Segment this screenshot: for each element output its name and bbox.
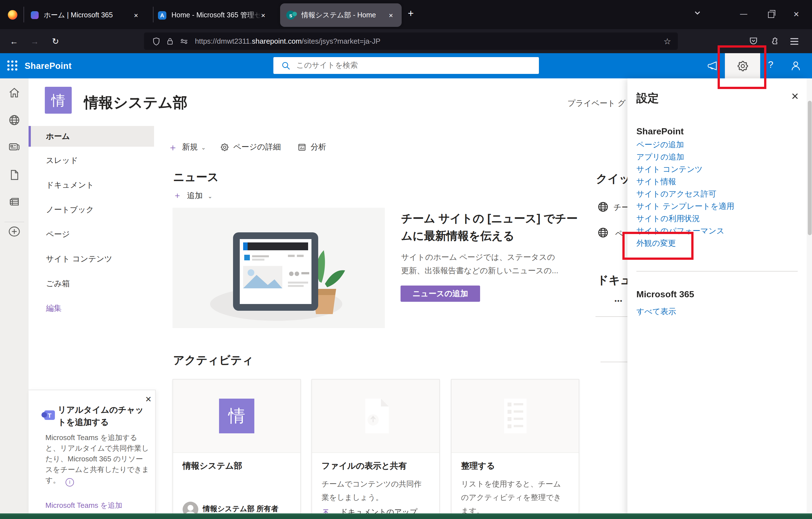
more-ellipsis-button[interactable]: ••• — [614, 297, 622, 304]
app-launcher-waffle-icon[interactable] — [7, 60, 17, 70]
activity-card-site[interactable]: 情 情報システム部 情報システム部 所有者 サイトの作成 1 分前以内 — [173, 379, 301, 519]
lock-icon[interactable] — [166, 37, 174, 45]
settings-panel: 設定 ✕ SharePoint ページの追加 アプリの追加 サイト コンテンツ … — [628, 79, 807, 519]
settings-link-add-page[interactable]: ページの追加 — [636, 138, 734, 151]
card-image-area: 情 — [173, 379, 300, 453]
settings-title: 設定 — [636, 91, 659, 106]
help-icon[interactable]: ? — [768, 59, 773, 70]
close-window-button[interactable]: ✕ — [793, 10, 800, 19]
back-button[interactable]: ← — [6, 29, 22, 53]
minimize-button[interactable]: — — [740, 9, 747, 18]
site-title[interactable]: 情報システム部 — [84, 93, 187, 113]
card-image-area — [452, 379, 579, 453]
card-image-area — [312, 379, 439, 453]
card-title: 情報システム部 — [183, 461, 242, 471]
page-command-bar: ＋ 新規 ⌄ ページの詳細 分析 — [168, 140, 326, 155]
file-icon[interactable] — [8, 169, 21, 184]
annotation-box-gear — [718, 45, 766, 89]
page-scrollbar[interactable] — [807, 79, 812, 513]
rail-divider — [4, 222, 24, 222]
new-button[interactable]: 新規 — [182, 142, 198, 152]
nav-item-documents[interactable]: ドキュメント — [29, 173, 154, 197]
site-logo-tile[interactable]: 情 — [45, 87, 72, 114]
quick-link-item[interactable]: チー — [613, 203, 629, 213]
close-tab-icon[interactable]: × — [261, 11, 265, 19]
scrollbar-thumb[interactable] — [808, 101, 811, 235]
close-icon[interactable]: ✕ — [791, 91, 799, 102]
nav-item-home[interactable]: ホーム — [29, 126, 154, 147]
quick-links-heading: クイッ — [596, 171, 631, 186]
tab-m365-home[interactable]: ホーム | Microsoft 365 × — [26, 3, 151, 27]
settings-link-show-all[interactable]: すべて表示 — [636, 305, 676, 317]
settings-link-site-usage[interactable]: サイトの利用状況 — [636, 212, 734, 224]
news-illustration — [173, 208, 385, 328]
notebook-icon[interactable] — [8, 196, 21, 211]
nav-item-pages[interactable]: ページ — [29, 222, 154, 247]
news-description: サイトのホーム ページでは、ステータスの 更新、出張報告書などの新しいニュースの… — [401, 250, 625, 277]
activity-card-lists[interactable]: 整理する リストを使用すると、チーム のアクティビティを整理でき ます。 ＋ リ… — [451, 379, 579, 519]
web-part-divider — [596, 316, 628, 317]
url-bar[interactable]: https://dmwt2311.sharepoint.com/sites/js… — [144, 32, 678, 50]
new-tab-button[interactable]: + — [408, 8, 414, 20]
nav-item-site-contents[interactable]: サイト コンテンツ — [29, 247, 154, 272]
close-icon[interactable]: ✕ — [145, 395, 151, 404]
hamburger-menu-icon[interactable] — [790, 37, 799, 48]
news-headline: チーム サイトの [ニュース] でチー ムに最新情報を伝える — [401, 210, 625, 245]
shield-icon[interactable] — [152, 37, 161, 45]
settings-link-add-app[interactable]: アプリの追加 — [636, 151, 734, 163]
forward-button[interactable]: → — [26, 29, 43, 53]
callout-body: Microsoft Teams を追加する と、リアルタイムで共同作業し たり、… — [46, 432, 149, 487]
tab-sharepoint-site[interactable]: s 情報システム部 - Home × — [280, 3, 402, 27]
extensions-puzzle-icon[interactable] — [770, 36, 779, 48]
info-icon[interactable]: i — [65, 478, 74, 487]
browser-toolbar: ← → ↻ https://dmwt2311.sharepoint.com/si… — [0, 29, 812, 53]
site-search-box[interactable]: このサイトを検索 — [273, 57, 539, 74]
analytics-button[interactable]: 分析 — [311, 142, 326, 152]
nav-item-notebook[interactable]: ノートブック — [29, 197, 154, 222]
account-person-icon[interactable] — [790, 60, 802, 74]
suite-brand[interactable]: SharePoint — [25, 61, 72, 71]
add-teams-link[interactable]: Microsoft Teams を追加 — [46, 500, 122, 511]
settings-link-site-info[interactable]: サイト情報 — [636, 175, 734, 188]
microsoft-365-icon — [31, 11, 39, 19]
news-add-button[interactable]: ＋ 追加 ⌄ — [173, 190, 212, 201]
search-placeholder: このサイトを検索 — [296, 60, 358, 70]
tab-title: 情報システム部 - Home — [301, 10, 384, 20]
settings-link-site-contents[interactable]: サイト コンテンツ — [636, 163, 734, 175]
home-icon[interactable] — [8, 86, 21, 101]
restore-window-button[interactable] — [768, 12, 774, 18]
reload-button[interactable]: ↻ — [47, 29, 64, 53]
activity-card-files[interactable]: ファイルの表示と共有 チームでコンテンツの共同作 業をしましょう。 ドキュメント… — [312, 379, 440, 519]
add-news-button[interactable]: ニュースの追加 — [401, 285, 480, 302]
app-rail — [0, 79, 29, 519]
create-plus-icon[interactable] — [8, 225, 21, 240]
card-body: リストを使用すると、チーム のアクティビティを整理でき ます。 — [461, 478, 570, 518]
news-heading: ニュース — [173, 170, 219, 185]
globe-icon[interactable] — [8, 114, 21, 129]
close-tab-icon[interactable]: × — [134, 11, 138, 19]
nav-item-thread[interactable]: スレッド — [29, 148, 154, 173]
quick-link-item[interactable]: ペ — [615, 229, 623, 239]
card-body: チームでコンテンツの共同作 業をしましょう。 — [322, 478, 431, 505]
nav-edit-link[interactable]: 編集 — [29, 296, 154, 321]
sharepoint-icon: s — [286, 11, 295, 20]
chevron-down-icon: ⌄ — [208, 193, 212, 199]
megaphone-icon[interactable] — [706, 60, 719, 74]
browser-window: ホーム | Microsoft 365 × A Home - Microsoft… — [0, 0, 812, 519]
page-details-gear-icon — [221, 143, 229, 152]
settings-link-site-permissions[interactable]: サイトのアクセス許可 — [636, 188, 734, 200]
bookmark-star-icon[interactable]: ☆ — [664, 36, 671, 46]
news-icon[interactable] — [8, 141, 21, 156]
search-icon — [281, 61, 291, 70]
list-all-tabs-icon[interactable] — [694, 9, 701, 19]
settings-link-apply-template[interactable]: サイト テンプレートを適用 — [636, 200, 734, 212]
url-text[interactable]: https://dmwt2311.sharepoint.com/sites/js… — [195, 37, 380, 45]
tab-admin-center[interactable]: A Home - Microsoft 365 管理セン × — [155, 3, 277, 27]
permissions-icon[interactable] — [179, 37, 189, 45]
teams-icon: T — [44, 410, 55, 420]
nav-item-recycle-bin[interactable]: ごみ箱 — [29, 272, 154, 296]
suite-bar: SharePoint このサイトを検索 ? — [0, 53, 812, 79]
page-details-button[interactable]: ページの詳細 — [233, 142, 281, 152]
panel-divider — [636, 271, 798, 272]
close-tab-icon[interactable]: × — [389, 11, 393, 19]
